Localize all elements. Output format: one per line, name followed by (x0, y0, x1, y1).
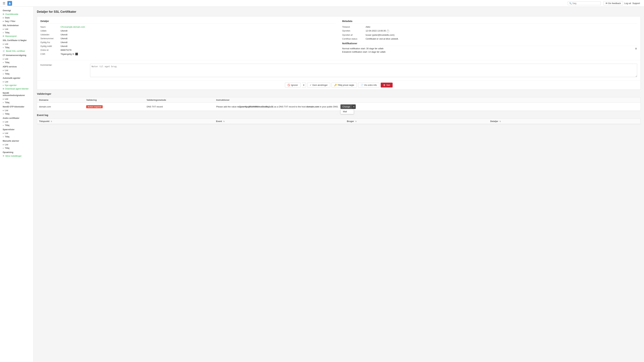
notif-row-normal: Normal notifikation start: 30 dage før u… (342, 47, 637, 50)
meta-value-cert-status: Certifikatet er ved at blive udstedt. (366, 37, 399, 40)
sidebar-item-nemid-virk-tilfoej[interactable]: +Tilføj (0, 101, 33, 104)
sidebar-item-download-agent[interactable]: ⊞Download agent klienter (0, 87, 33, 90)
detail-label-ordre: Ordre id: (40, 49, 60, 51)
sidebar-item-adfs-tilfoej[interactable]: +Tilføj (0, 72, 33, 76)
detail-row-gyldig-indtil: Gyldig indtil: Ukendt (40, 45, 336, 47)
sidebar-item-manuelle-list[interactable]: ≡List (0, 143, 33, 146)
search-input[interactable] (572, 2, 599, 4)
detail-label-navn: Navn: (40, 26, 60, 28)
detail-row-csr: CSR: Tilgængelig ⧉ ⬛ (40, 53, 336, 55)
status-badge: Action required (86, 105, 102, 108)
detail-grid: Detaljer Navn: CN:example.domain.com Udl… (40, 20, 637, 57)
sidebar-item-manuelle-tilfoej[interactable]: +Tilføj (0, 146, 33, 150)
col-detaljer: Detaljer ⇅ (488, 119, 640, 124)
detail-value-navn[interactable]: CN:example.domain.com (60, 26, 85, 28)
hamburger-icon[interactable]: ☰ (3, 1, 5, 5)
feedback-button[interactable]: ✉ Giv feedback (604, 1, 623, 5)
logout-button[interactable]: Log ud (624, 2, 631, 4)
sidebar-item-ssl-tilfoej[interactable]: +Tilføj (0, 31, 33, 34)
list-icon: ≡ (3, 20, 4, 22)
col-tidspunkt: Tidspunkt ⇅ (37, 119, 214, 124)
sidebar-item-agents-list[interactable]: ≡List (0, 80, 33, 83)
comment-left: Kommentar: (40, 64, 88, 77)
change-button[interactable]: Change (340, 104, 352, 109)
order-info-button[interactable]: 📄 Vis ordre info (358, 83, 379, 87)
gear-icon: ⚙ (3, 155, 4, 157)
validations-card: Domæne Validering Valideringsmetode Inst… (37, 97, 641, 111)
plus-icon: + (3, 113, 4, 115)
sidebar-item-mine-indstillinger[interactable]: ⚙Mine indstillinger (0, 154, 33, 158)
notif-gear-icon[interactable]: ⚙ (635, 47, 637, 50)
list-icon: ≡ (3, 69, 4, 71)
sidebar-section-manuelle: Manuelle alarmer (0, 138, 33, 143)
sidebar-item-ssl-list[interactable]: ≡List (0, 27, 33, 31)
save-button[interactable]: ✓ Gem ændringer (307, 83, 330, 87)
notifications-title: Notifikationer (342, 42, 637, 46)
sidebar-item-spaerre-tilfoej[interactable]: +Tilføj (0, 135, 33, 138)
list-icon: ≡ (3, 28, 4, 30)
sidebar-item-ct-list[interactable]: ≡List (0, 57, 33, 61)
change-dropdown[interactable]: Change ▾ Mail (340, 104, 356, 109)
add-key-button[interactable]: 🔑 Tilføj privat nøgle (332, 83, 357, 87)
ignore-dropdown-button[interactable]: ▾ (302, 83, 306, 87)
sidebar-item-nemid-otp-tilfoej[interactable]: +Tilføj (0, 112, 33, 116)
detail-row-serie: Serienummer: Ukendt (40, 37, 336, 40)
detail-value-serie: Ukendt (60, 37, 68, 40)
list-icon: ≡ (3, 43, 4, 45)
sidebar-item-overbliksside[interactable]: ⊞Overbliksside (0, 12, 33, 16)
detail-row-udsteder: Udsteder: Ukendt (40, 33, 336, 36)
sort-icon-event[interactable]: ⇅ (223, 120, 224, 122)
detail-label-gyldig-fra: Gyldig fra: (40, 41, 60, 43)
sidebar-item-masseopret[interactable]: ⊞Masseopret (0, 34, 33, 38)
sidebar-section-opsaetning: Opsætning (0, 150, 33, 154)
plus-icon: + (3, 147, 4, 149)
eventlog-table: Tidspunkt ⇅ Event ⇅ Bruger ⇅ Detaljer ⇅ (37, 119, 640, 124)
sidebar-item-nemid-otp-list[interactable]: ≡List (0, 109, 33, 112)
sort-icon-detaljer[interactable]: ⇅ (500, 120, 501, 122)
sort-icon-bruger[interactable]: ⇅ (355, 120, 356, 122)
trash-icon: 🗑 (383, 84, 386, 86)
meta-row-tilstand: Tilstand: Aktiv (342, 26, 637, 28)
copy-icon[interactable]: ⧉ (72, 53, 74, 55)
ignore-button[interactable]: 🚫 Ignorer (285, 83, 300, 87)
notif-text-normal: Normal notifikation start: 30 dage før u… (342, 47, 634, 50)
validations-title: Valideringer (37, 92, 641, 95)
sidebar-item-nemid-virk-list[interactable]: ≡List (0, 97, 33, 101)
sidebar-item-ct-tilfoej[interactable]: +Tilføj (0, 61, 33, 64)
cell-method: DNS TXT record (145, 103, 214, 111)
sidebar-item-andre-tilfoej[interactable]: +Tilføj (0, 123, 33, 127)
dropdown-item-mail[interactable]: Mail (340, 109, 354, 114)
topbar: ☰ 🔍 ✉ Giv feedback Log ud Support (0, 0, 644, 7)
plus-icon: + (3, 32, 4, 34)
delete-button[interactable]: 🗑 Slet (381, 83, 392, 87)
sidebar-item-spaerre-list[interactable]: ≡List (0, 131, 33, 135)
comment-textarea[interactable] (90, 64, 637, 77)
validations-header-row: Domæne Validering Valideringsmetode Inst… (37, 97, 640, 103)
save-icon: ✓ (310, 84, 312, 86)
notif-row-eskaleret: Eskaleret notifikation start: 14 dage fø… (342, 51, 637, 53)
sidebar-section-spaerrelister: Spærrelister (0, 127, 33, 131)
change-dropdown-menu: Mail (340, 109, 354, 114)
search-box[interactable]: 🔍 (568, 1, 601, 5)
comment-wrapper: Kommentar: (40, 64, 637, 77)
sidebar-item-stats[interactable]: ≡Stats (0, 16, 33, 19)
action-bar: 🚫 Ignorer ▾ ✓ Gem ændringer 🔑 Tilføj pri… (37, 80, 640, 89)
sort-icon-tidspunkt[interactable]: ⇅ (51, 120, 52, 122)
col-method: Valideringsmetode (145, 97, 214, 103)
download-icon[interactable]: ⬛ (75, 53, 78, 55)
change-arrow-button[interactable]: ▾ (352, 104, 356, 109)
details-right: Metadata Tilstand: Aktiv Oprettet: 12-04… (342, 20, 637, 57)
cell-status: Action required (84, 103, 144, 111)
detail-label-csr: CSR: (40, 53, 60, 55)
sidebar-item-andre-list[interactable]: ≡List (0, 120, 33, 123)
sidebar-item-adfs-list[interactable]: ≡List (0, 68, 33, 72)
sidebar-item-certs-list[interactable]: ≡List (0, 42, 33, 46)
sidebar-item-certs-tilfoej[interactable]: +Tilføj (0, 46, 33, 49)
support-button[interactable]: Support (632, 2, 640, 4)
validations-section: Valideringer Domæne Validering Validerin… (37, 92, 641, 111)
sidebar-item-bestil-ssl[interactable]: 🛒Bestil SSL certifikat (0, 49, 33, 53)
sidebar-item-nye-agenter[interactable]: ≡Nye agenter (0, 83, 33, 87)
col-validation: Validering (84, 97, 144, 103)
file-icon: 📄 (360, 84, 363, 86)
sidebar-item-soeg-filter[interactable]: ≡Søg / Filter (0, 19, 33, 23)
